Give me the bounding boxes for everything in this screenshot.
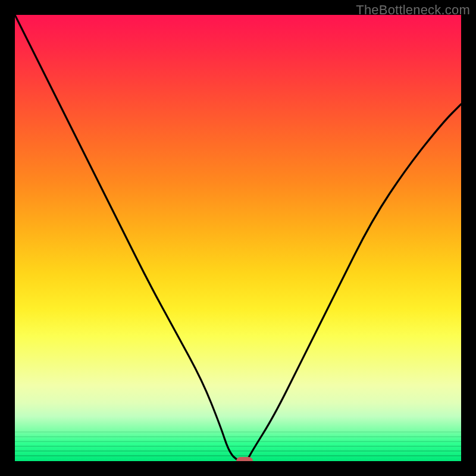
watermark-text: TheBottleneck.com xyxy=(356,2,470,18)
optimum-marker xyxy=(236,457,253,461)
plot-area xyxy=(15,15,461,461)
curve-svg xyxy=(15,15,461,461)
chart-frame: TheBottleneck.com xyxy=(0,0,476,476)
bottleneck-curve xyxy=(15,15,461,461)
